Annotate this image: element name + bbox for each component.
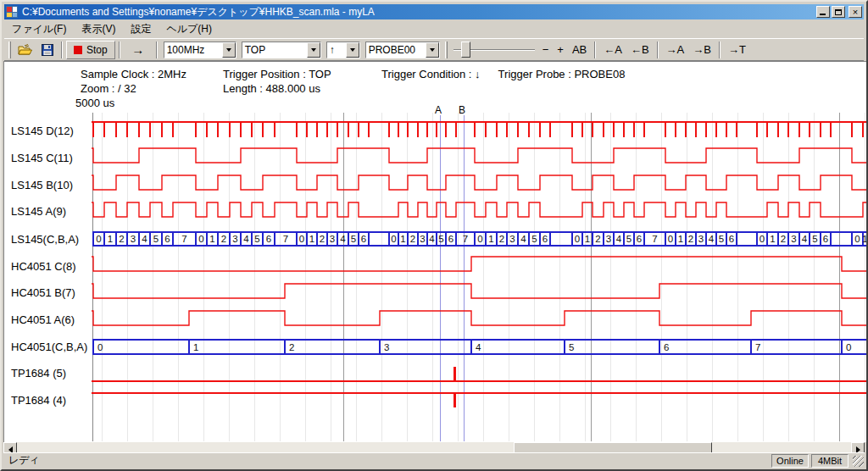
zoom-slider-thumb[interactable]	[461, 42, 470, 58]
goto-next-b-button[interactable]: →B	[688, 41, 715, 59]
signal-label-9[interactable]: TP1684 (5)	[11, 367, 66, 380]
svg-text:5: 5	[153, 234, 159, 244]
signal-label-4[interactable]: LS145(C,B,A)	[11, 233, 79, 247]
status-memory-badge: 4MBit	[811, 454, 849, 468]
menu-bar: ファイル(F)表示(V)設定ヘルプ(H)	[4, 21, 864, 37]
close-button[interactable]: ×	[849, 6, 862, 18]
toolbar-grip[interactable]	[8, 42, 11, 58]
signal-label-3[interactable]: LS145 A(9)	[11, 205, 66, 219]
minimize-icon	[820, 14, 826, 15]
ab-button[interactable]: AB	[568, 41, 591, 59]
svg-text:1: 1	[309, 234, 314, 244]
svg-text:2: 2	[410, 234, 415, 244]
status-online-badge: Online	[771, 454, 809, 468]
svg-text:6: 6	[664, 342, 669, 352]
svg-text:1: 1	[209, 234, 214, 244]
maximize-button[interactable]	[832, 6, 845, 18]
svg-text:B: B	[459, 104, 465, 116]
svg-text:4: 4	[616, 234, 622, 244]
svg-text:0: 0	[668, 234, 673, 244]
signal-label-2[interactable]: LS145 B(10)	[11, 179, 73, 192]
svg-text:0: 0	[760, 234, 765, 244]
svg-text:0: 0	[198, 234, 203, 244]
svg-text:4: 4	[802, 234, 808, 244]
toolbar-separator	[119, 42, 120, 58]
svg-text:3: 3	[791, 234, 796, 244]
svg-text:0: 0	[575, 234, 580, 244]
toolbar: Stop → 100MHz TOP ↑ PROBE00 −+AB←A←B→A→B…	[4, 38, 864, 61]
svg-text:5: 5	[351, 234, 356, 244]
svg-text:5: 5	[438, 234, 443, 244]
svg-text:5: 5	[719, 234, 724, 244]
svg-text:6: 6	[823, 234, 828, 244]
trigger-edge-combobox-dropdown[interactable]	[346, 42, 359, 58]
trigger-position-combobox-dropdown[interactable]	[307, 42, 320, 58]
signal-label-1[interactable]: LS145 C(11)	[11, 152, 73, 165]
clock-combobox[interactable]: 100MHz	[164, 42, 236, 58]
trigger-position-combobox[interactable]: TOP	[242, 42, 321, 58]
run-button[interactable]: →	[124, 41, 153, 59]
goto-trigger-button[interactable]: →T	[724, 41, 750, 59]
svg-text:2: 2	[781, 234, 786, 244]
svg-text:1: 1	[678, 234, 683, 244]
goto-next-a-button[interactable]: →A	[662, 41, 689, 59]
svg-text:0: 0	[96, 234, 101, 244]
toolbar-separator	[594, 42, 596, 58]
trigger-probe-combobox-dropdown[interactable]	[426, 42, 439, 58]
svg-text:4: 4	[709, 234, 715, 244]
signal-label-8[interactable]: HC4051(C,B,A)	[11, 341, 87, 354]
svg-text:7: 7	[652, 234, 657, 244]
run-arrow-icon: →	[131, 42, 144, 57]
menu-settings[interactable]: 設定	[123, 20, 159, 38]
stop-button[interactable]: Stop	[66, 41, 115, 59]
signal-label-5[interactable]: HC4051 C(8)	[11, 260, 76, 274]
clock-combobox-value: 100MHz	[164, 44, 222, 56]
signal-label-10[interactable]: TP1684 (4)	[11, 394, 66, 407]
app-window: C:¥Documents and Settings¥noname¥デスクトップ¥…	[0, 0, 868, 471]
goto-prev-b-button[interactable]: ←B	[626, 41, 654, 59]
svg-text:6: 6	[637, 234, 642, 244]
menu-view[interactable]: 表示(V)	[74, 20, 123, 38]
zoom-slider[interactable]	[453, 41, 535, 59]
menu-file[interactable]: ファイル(F)	[4, 20, 74, 38]
svg-text:1: 1	[770, 234, 775, 244]
svg-text:3: 3	[330, 234, 335, 244]
svg-text:5: 5	[569, 342, 574, 352]
svg-text:0: 0	[854, 234, 860, 244]
svg-text:3: 3	[420, 234, 425, 244]
clock-combobox-dropdown[interactable]	[222, 42, 236, 58]
maximize-icon	[835, 9, 842, 15]
toolbar-grip[interactable]	[445, 42, 448, 58]
svg-text:4: 4	[476, 342, 481, 352]
toolbar-separator	[156, 42, 158, 58]
waveform-client-area: Sample Clock : 2MHz Zoom : / 32 Trigger …	[3, 61, 868, 442]
toolbar-separator	[61, 42, 63, 58]
svg-text:3: 3	[606, 234, 611, 244]
trigger-edge-combobox[interactable]: ↑	[326, 42, 360, 58]
minimize-button[interactable]	[816, 6, 830, 18]
resize-grip[interactable]	[853, 456, 864, 467]
svg-text:4: 4	[340, 234, 346, 244]
trigger-probe-combobox[interactable]: PROBE00	[365, 42, 440, 58]
svg-text:3: 3	[232, 234, 237, 244]
title-bar: C:¥Documents and Settings¥noname¥デスクトップ¥…	[4, 4, 864, 19]
goto-prev-a-button[interactable]: ←A	[599, 41, 626, 59]
zoom-in-button[interactable]: +	[553, 41, 568, 59]
menu-help[interactable]: ヘルプ(H)	[159, 20, 220, 38]
toolbar-separator	[719, 42, 721, 58]
svg-text:0: 0	[97, 342, 103, 352]
svg-text:5: 5	[626, 234, 632, 244]
svg-text:6: 6	[448, 234, 453, 244]
svg-text:6: 6	[542, 234, 548, 244]
svg-text:7: 7	[181, 234, 186, 244]
signal-label-6[interactable]: HC4051 B(7)	[11, 286, 75, 300]
svg-text:6: 6	[729, 234, 734, 244]
signal-label-0[interactable]: LS145 D(12)	[11, 125, 74, 138]
signal-label-7[interactable]: HC4051 A(6)	[11, 313, 75, 327]
waveform-plot[interactable]: AB01234567012345670123456012345670123456…	[4, 62, 868, 442]
zoom-out-button[interactable]: −	[538, 41, 554, 59]
svg-text:3: 3	[509, 234, 515, 244]
open-file-button[interactable]	[14, 41, 37, 59]
save-button[interactable]	[37, 41, 58, 59]
svg-text:3: 3	[384, 342, 389, 352]
